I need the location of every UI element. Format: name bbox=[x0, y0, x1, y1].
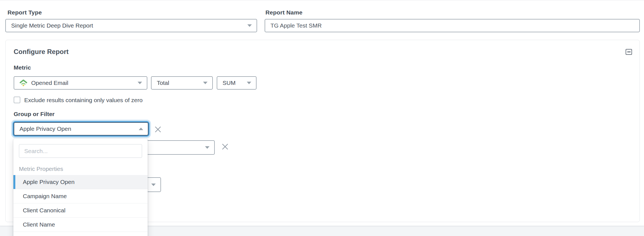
collapse-panel-button[interactable] bbox=[626, 49, 632, 55]
chevron-up-icon bbox=[139, 128, 143, 130]
report-type-select[interactable]: Single Metric Deep Dive Report bbox=[5, 19, 257, 32]
selected-item-bar bbox=[13, 175, 15, 189]
menu-search-input[interactable] bbox=[19, 144, 142, 158]
report-name-label: Report Name bbox=[265, 9, 303, 16]
group-or-filter-label: Group or Filter bbox=[14, 111, 55, 117]
group-filter-select[interactable]: Apple Privacy Open bbox=[14, 122, 148, 136]
list-item-label: Campaign Name bbox=[23, 193, 67, 200]
chevron-down-icon bbox=[203, 82, 208, 84]
chevron-down-icon bbox=[151, 183, 156, 186]
metric-label: Metric bbox=[14, 64, 31, 71]
opened-email-signal-icon bbox=[19, 80, 27, 86]
chevron-down-icon bbox=[205, 146, 209, 149]
x-icon bbox=[221, 143, 229, 150]
menu-group-label: Metric Properties bbox=[19, 166, 148, 172]
list-item-label: Apple Privacy Open bbox=[23, 179, 75, 185]
exclude-zero-checkbox[interactable] bbox=[14, 97, 20, 103]
group-filter-select-value: Apple Privacy Open bbox=[19, 126, 71, 132]
minus-icon bbox=[627, 51, 631, 52]
configure-report-title: Configure Report bbox=[14, 48, 69, 56]
list-item-label: Client Name bbox=[23, 221, 55, 228]
report-name-input[interactable] bbox=[265, 19, 640, 32]
chevron-down-icon bbox=[138, 82, 142, 84]
list-item-cutoff bbox=[13, 232, 148, 236]
chevron-down-icon bbox=[247, 82, 251, 84]
aggregation-select[interactable]: Total bbox=[151, 76, 213, 90]
metric-properties-list: Apple Privacy Open Campaign Name Client … bbox=[13, 175, 148, 236]
list-item[interactable]: Client Canonical bbox=[13, 203, 148, 218]
list-item-label: Client Canonical bbox=[23, 207, 65, 214]
group-filter-dropdown-menu: Metric Properties Apple Privacy Open Cam… bbox=[13, 139, 148, 236]
list-item[interactable]: Campaign Name bbox=[13, 189, 148, 203]
report-builder-page: Report Type Single Metric Deep Dive Repo… bbox=[0, 0, 644, 236]
exclude-zero-label: Exclude results containing only values o… bbox=[24, 97, 143, 104]
metric-select-value: Opened Email bbox=[31, 80, 68, 86]
aggregation-select-value: Total bbox=[157, 80, 169, 86]
list-item[interactable]: Apple Privacy Open bbox=[13, 175, 148, 189]
list-item[interactable]: Client Name bbox=[13, 218, 148, 232]
remove-group-filter-button[interactable] bbox=[154, 126, 162, 133]
x-icon bbox=[154, 126, 162, 133]
metric-select[interactable]: Opened Email bbox=[14, 76, 147, 90]
chevron-down-icon bbox=[247, 24, 252, 27]
function-select-value: SUM bbox=[223, 80, 236, 86]
report-type-label: Report Type bbox=[8, 9, 42, 16]
report-type-select-value: Single Metric Deep Dive Report bbox=[11, 22, 93, 29]
remove-filter-value-button[interactable] bbox=[221, 143, 229, 151]
function-select[interactable]: SUM bbox=[217, 76, 257, 90]
